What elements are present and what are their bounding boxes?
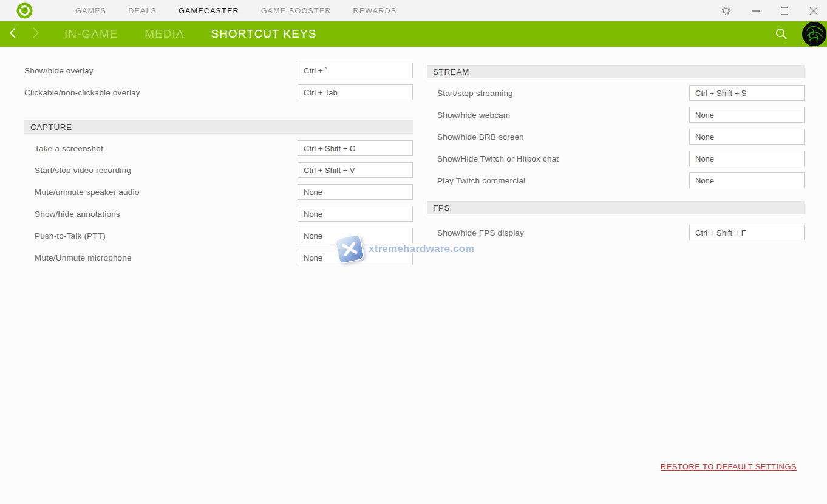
hotkey-input-brb-screen[interactable] bbox=[689, 129, 805, 145]
shortcut-label: Show/hide FPS display bbox=[427, 228, 524, 237]
shortcut-row: Show/Hide Twitch or Hitbox chat bbox=[427, 151, 805, 166]
minimize-icon[interactable] bbox=[750, 6, 760, 16]
shortcut-row: Clickable/non-clickable overlay bbox=[24, 84, 413, 100]
shortcut-label: Push-to-Talk (PTT) bbox=[24, 231, 106, 240]
razer-cortex-logo-icon[interactable] bbox=[16, 2, 33, 19]
shortcut-row: Show/hide BRB screen bbox=[427, 129, 805, 145]
shortcut-row: Mute/unmute speaker audio bbox=[24, 184, 413, 200]
hotkey-input-show-hide-overlay[interactable] bbox=[298, 63, 413, 78]
section-header-stream: STREAM bbox=[427, 65, 805, 78]
hotkey-input-streaming[interactable] bbox=[689, 85, 805, 101]
hotkey-input-annotations[interactable] bbox=[298, 206, 413, 222]
main-nav-tabs: GAMES DEALS GAMECASTER GAME BOOSTER REWA… bbox=[75, 7, 396, 15]
hotkey-input-take-screenshot[interactable] bbox=[298, 140, 413, 156]
maximize-icon[interactable] bbox=[780, 6, 789, 16]
window-controls bbox=[721, 0, 818, 21]
restore-defaults-link[interactable]: RESTORE TO DEFAULT SETTINGS bbox=[661, 462, 797, 471]
section-title: CAPTURE bbox=[30, 123, 72, 132]
section-header-fps: FPS bbox=[427, 201, 805, 214]
shortcut-label: Show/hide overlay bbox=[24, 66, 94, 75]
section-header-capture: CAPTURE bbox=[24, 120, 413, 134]
shortcut-row: Show/hide overlay bbox=[24, 63, 413, 78]
hotkey-input-video-recording[interactable] bbox=[298, 162, 413, 178]
shortcut-label: Start/stop video recording bbox=[24, 166, 131, 175]
subnav-tabs: IN-GAME MEDIA SHORTCUT KEYS bbox=[64, 27, 316, 41]
hotkey-input-fps-display[interactable] bbox=[689, 225, 805, 240]
top-window-bar: GAMES DEALS GAMECASTER GAME BOOSTER REWA… bbox=[0, 0, 827, 21]
section-title: FPS bbox=[433, 203, 450, 213]
shortcut-label: Start/stop streaming bbox=[427, 89, 513, 98]
tab-game-booster[interactable]: GAME BOOSTER bbox=[261, 7, 332, 15]
hotkey-input-webcam[interactable] bbox=[689, 107, 805, 123]
tab-in-game[interactable]: IN-GAME bbox=[64, 27, 118, 41]
chevron-left-icon[interactable] bbox=[9, 26, 17, 42]
tab-shortcut-keys[interactable]: SHORTCUT KEYS bbox=[211, 27, 316, 41]
shortcut-row: Show/hide FPS display bbox=[427, 225, 805, 240]
tab-gamecaster[interactable]: GAMECASTER bbox=[179, 7, 239, 15]
tab-rewards[interactable]: REWARDS bbox=[353, 7, 396, 15]
gamecaster-subnav: IN-GAME MEDIA SHORTCUT KEYS bbox=[0, 21, 827, 47]
shortcut-row: Mute/Unmute microphone bbox=[24, 250, 413, 265]
shortcut-keys-panel: Show/hide overlay Clickable/non-clickabl… bbox=[0, 47, 827, 504]
shortcut-row: Start/stop video recording bbox=[24, 162, 413, 178]
tab-deals[interactable]: DEALS bbox=[128, 7, 157, 15]
shortcut-label: Play Twitch commercial bbox=[427, 176, 525, 185]
shortcut-label: Mute/Unmute microphone bbox=[24, 253, 132, 262]
tab-media[interactable]: MEDIA bbox=[145, 27, 184, 41]
shortcut-row: Show/hide annotations bbox=[24, 206, 413, 222]
shortcut-row: Show/hide webcam bbox=[427, 107, 805, 123]
gamecaster-avatar[interactable] bbox=[802, 22, 826, 46]
close-icon[interactable] bbox=[809, 6, 818, 16]
shortcut-label: Take a screenshot bbox=[24, 144, 103, 153]
shortcut-label: Show/Hide Twitch or Hitbox chat bbox=[427, 154, 559, 163]
tab-games[interactable]: GAMES bbox=[75, 7, 106, 15]
chevron-right-icon[interactable] bbox=[32, 26, 40, 42]
section-title: STREAM bbox=[433, 67, 469, 77]
shortcut-label: Show/hide BRB screen bbox=[427, 132, 524, 141]
hotkey-input-mute-speaker[interactable] bbox=[298, 184, 413, 200]
shortcut-label: Mute/unmute speaker audio bbox=[24, 188, 139, 197]
hotkey-input-twitch-commercial[interactable] bbox=[689, 172, 805, 188]
shortcut-label: Show/hide annotations bbox=[24, 209, 120, 219]
shortcut-row: Start/stop streaming bbox=[427, 85, 805, 101]
shortcut-row: Play Twitch commercial bbox=[427, 172, 805, 188]
shortcut-label: Clickable/non-clickable overlay bbox=[24, 88, 140, 97]
search-icon[interactable] bbox=[775, 27, 788, 43]
hotkey-input-mute-microphone[interactable] bbox=[298, 250, 413, 265]
shortcut-label: Show/hide webcam bbox=[427, 111, 510, 120]
hotkey-input-push-to-talk[interactable] bbox=[298, 228, 413, 243]
shortcut-row: Take a screenshot bbox=[24, 140, 413, 156]
hotkey-input-twitch-chat[interactable] bbox=[689, 151, 805, 166]
shortcut-row: Push-to-Talk (PTT) bbox=[24, 228, 413, 243]
gear-icon[interactable] bbox=[721, 6, 731, 16]
hotkey-input-clickable-overlay[interactable] bbox=[298, 84, 413, 100]
